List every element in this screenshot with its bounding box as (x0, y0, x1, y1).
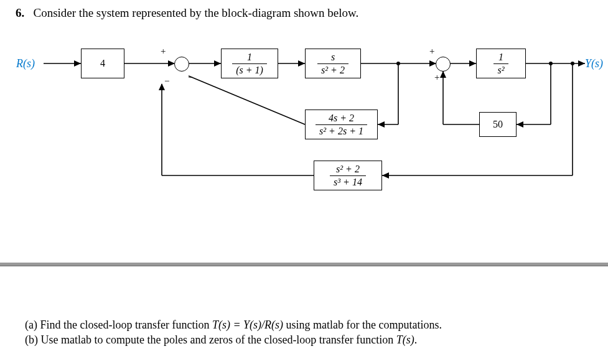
part-label: (a) (25, 319, 37, 331)
block-g3: 1 s² (476, 49, 526, 78)
arrow-icon (578, 60, 585, 67)
arrow-icon (440, 71, 446, 78)
tf-denominator: s² + 2s + 1 (316, 124, 367, 137)
part-a: (a) Find the closed-loop transfer functi… (25, 317, 442, 332)
part-text: . (414, 334, 418, 346)
tf-denominator: s³ + 14 (330, 175, 366, 188)
block-gain-4: 4 (81, 49, 124, 78)
tf-numerator: 1 (243, 52, 256, 63)
node-dot (549, 62, 553, 65)
tf-numerator: 1 (495, 52, 507, 63)
block-content: 4 (100, 58, 105, 69)
sum-sign-plus: + (161, 46, 166, 57)
tf-numerator: 4s + 2 (325, 113, 358, 124)
part-formula: T(s) = Y(s)/R(s) (212, 319, 283, 331)
arrow-icon (378, 121, 385, 128)
part-text: Find the closed-loop transfer function (40, 319, 212, 331)
arrow-icon (469, 60, 476, 67)
block-h1: 4s + 2 s² + 2s + 1 (305, 110, 378, 139)
block-diagram: R(s) Y(s) 4 + − − 1 (s + 1) s s² + 2 + +… (0, 37, 608, 224)
question-number: 6. (16, 6, 24, 19)
arrow-icon (214, 60, 221, 67)
node-dot (396, 62, 400, 65)
tf-denominator: s² + 2 (317, 63, 348, 76)
block-g2: s s² + 2 (305, 49, 361, 78)
section-divider (0, 263, 608, 266)
part-b: (b) Use matlab to compute the poles and … (25, 332, 442, 347)
arrow-icon (298, 60, 305, 67)
summing-junction-1 (174, 57, 189, 72)
block-g1: 1 (s + 1) (221, 49, 278, 78)
question-prompt: Consider the system represented by the b… (34, 6, 359, 19)
tf-numerator: s² + 2 (332, 164, 363, 175)
arrow-icon (74, 60, 81, 67)
sum-sign-minus: − (164, 76, 169, 86)
node-dot (571, 62, 574, 65)
tf-denominator: (s + 1) (232, 63, 267, 76)
svg-line-10 (189, 76, 305, 124)
part-text: Use matlab to compute the poles and zero… (41, 334, 396, 346)
tf-denominator: s² (493, 63, 508, 76)
block-content: 50 (493, 119, 503, 130)
question-header: 6. Consider the system represented by th… (16, 6, 358, 20)
sum-sign-minus: − (188, 72, 193, 83)
question-parts: (a) Find the closed-loop transfer functi… (25, 317, 442, 348)
arrow-icon (382, 172, 389, 179)
tf-numerator: s (327, 52, 339, 63)
sum-sign-plus: + (429, 46, 434, 57)
block-h3: 50 (479, 112, 517, 137)
input-signal-label: R(s) (16, 57, 35, 70)
output-signal-label: Y(s) (585, 57, 603, 70)
part-text: using matlab for the computations. (283, 319, 442, 331)
block-h2: s² + 2 s³ + 14 (314, 161, 382, 190)
part-formula: T(s) (396, 334, 414, 346)
arrow-icon (517, 121, 523, 128)
sum-sign-plus: + (434, 72, 439, 83)
part-label: (b) (25, 334, 38, 346)
summing-junction-2 (436, 57, 451, 72)
